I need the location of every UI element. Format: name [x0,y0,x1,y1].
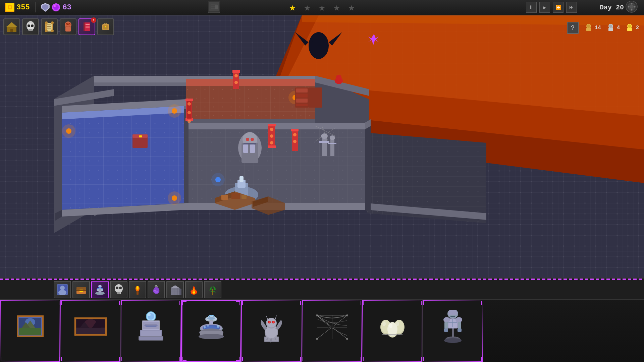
shop-item-stone-altar[interactable]: Stone Altar [121,300,181,362]
toolbar-portrait-btn[interactable] [54,281,71,298]
item-price-small-painting: 125 [21,347,39,353]
game-viewport: 355 63 ★ ★ ★ [0,0,644,362]
shop-item-spider-eggs[interactable]: Spider Eggs [362,300,423,362]
svg-rect-117 [221,195,228,200]
item-price-armor-stand: 150 [444,347,462,353]
corner-br [116,357,120,361]
svg-point-148 [631,3,633,4]
toolbar-row [0,280,644,300]
shop-item-stone-gargoyle[interactable]: Stone Gargoyle [241,300,302,362]
svg-point-97 [293,133,297,136]
toolbar-potion-btn[interactable] [148,281,165,298]
price-value-small-painting: 125 [29,347,39,353]
svg-rect-313 [264,348,268,352]
svg-rect-83 [185,99,193,101]
worker-group-1: 14 [584,22,601,34]
svg-rect-247 [42,315,44,337]
item-price-stone-fountain: 160 [203,347,220,354]
sidebar-book-btn[interactable]: ! [78,18,95,35]
svg-point-177 [66,24,67,25]
svg-marker-40 [186,79,315,86]
svg-point-292 [199,334,224,339]
price-value-stone-fountain: 160 [211,348,220,354]
svg-point-66 [168,104,181,118]
fast-forward-button[interactable]: ⏩ [553,2,564,13]
svg-rect-114 [244,143,256,144]
play-button[interactable]: ▶ [539,2,550,13]
svg-point-101 [234,74,238,77]
map-button[interactable] [208,1,220,14]
shop-item-armor-stand[interactable]: Armor Stand [423,300,483,362]
worker-count-2: 4 [617,25,620,31]
toolbar-palm-btn[interactable] [204,281,221,298]
svg-point-195 [609,24,612,28]
pause-button[interactable]: ⏸ [526,2,537,13]
skip-button[interactable]: ⏭ [566,2,577,13]
item-sprite-small-painting [13,310,47,344]
svg-marker-42 [186,123,367,129]
svg-rect-110 [243,144,248,153]
sidebar-scroll-btn[interactable] [41,18,58,35]
svg-point-68 [168,191,181,205]
corner-bl [1,357,5,361]
svg-rect-120 [322,138,327,156]
svg-point-213 [116,287,118,289]
gold-resource: 355 [0,3,35,12]
shop-item-wide-painting[interactable]: Wide Painting [60,300,121,362]
toolbar-chest-btn[interactable] [72,281,90,298]
corner-br [55,357,59,361]
svg-rect-297 [204,349,208,352]
item-name-wide-painting: Wide Painting [73,303,107,308]
corner-br [478,357,482,361]
corner-bl [363,357,367,361]
svg-point-341 [389,323,392,328]
svg-marker-153 [6,22,17,27]
svg-point-340 [396,321,399,326]
svg-rect-122 [319,141,329,143]
toolbar-fountain-btn[interactable] [91,281,109,298]
svg-rect-99 [233,71,239,89]
svg-point-189 [105,26,106,27]
shop-item-cobweb[interactable]: Cobweb [302,300,362,362]
toolbar-block-btn[interactable] [166,281,184,298]
item-sprite-stone-gargoyle [255,310,288,344]
corner-tl [363,301,367,305]
settings-icon[interactable] [625,0,638,15]
price-gold-icon [21,347,28,353]
svg-rect-358 [458,328,462,332]
svg-rect-357 [444,328,448,332]
sidebar-skull-btn[interactable] [22,18,39,35]
svg-rect-91 [268,145,276,148]
corner-tr [478,301,482,305]
sidebar-room-btn[interactable] [3,18,20,35]
price-value-stone-gargoyle: 120 [271,347,280,353]
svg-point-353 [443,317,450,322]
price-gold-icon-4 [203,347,209,354]
price-value-spider-eggs: 25 [393,347,399,353]
svg-rect-75 [296,94,308,98]
toolbar-fire-btn[interactable] [185,281,203,298]
shop-item-stone-fountain[interactable]: Stone Fountain [181,300,241,362]
toolbar-skull-btn[interactable] [110,281,127,298]
svg-point-222 [137,286,138,289]
toolbar-torch-btn[interactable] [129,281,146,298]
svg-point-319 [316,314,318,316]
top-bar: 355 63 ★ ★ ★ [0,0,644,15]
svg-point-321 [316,338,318,340]
svg-point-157 [28,24,30,27]
svg-point-354 [455,317,462,322]
corner-br [176,357,180,361]
shop-item-small-painting[interactable]: Small Painting [0,300,60,362]
help-button[interactable]: ? [567,22,579,34]
svg-point-158 [31,24,34,27]
sidebar-bag-btn[interactable] [97,18,114,35]
corner-tl [303,301,307,305]
svg-point-64 [62,124,75,138]
corner-tr [116,301,120,305]
svg-rect-356 [458,322,461,329]
right-counters: ? 14 4 2 [567,22,639,34]
sidebar-minion-btn[interactable] [60,18,76,35]
svg-point-94 [270,141,273,144]
svg-rect-206 [76,290,86,291]
corner-tl [61,301,65,305]
